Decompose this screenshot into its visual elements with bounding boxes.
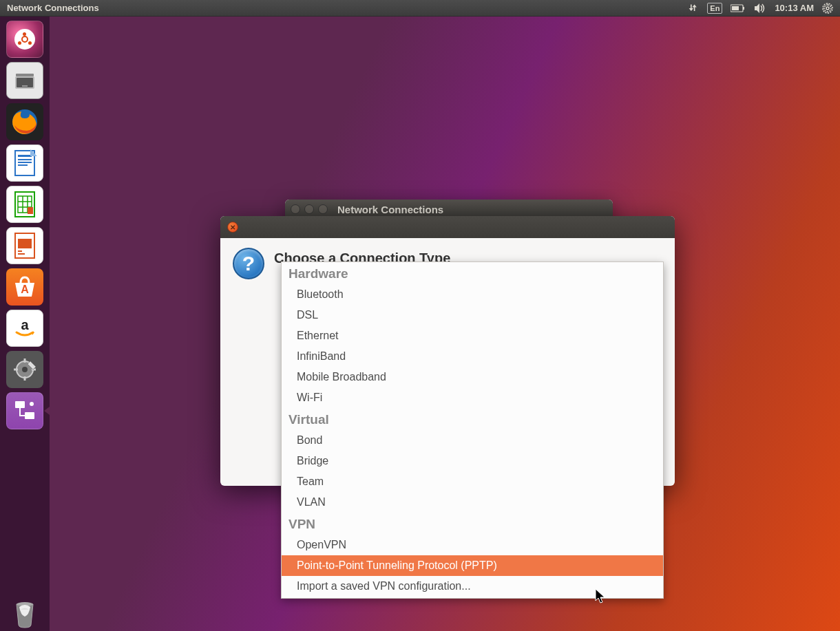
svg-rect-4 bbox=[16, 74, 34, 76]
window-title: Network Connections bbox=[337, 204, 443, 215]
dropdown-item-pptp[interactable]: Point-to-Point Tunneling Protocol (PPTP) bbox=[282, 555, 663, 576]
dropdown-item-import-vpn[interactable]: Import a saved VPN configuration... bbox=[282, 576, 663, 597]
svg-point-28 bbox=[22, 367, 28, 372]
svg-rect-34 bbox=[25, 412, 34, 419]
dropdown-group-vpn: VPN bbox=[282, 513, 663, 535]
svg-point-35 bbox=[30, 402, 34, 406]
dropdown-item-team[interactable]: Team bbox=[282, 471, 663, 492]
window-minimize-icon[interactable] bbox=[304, 204, 314, 214]
top-menu-bar: Network Connections En 10:13 AM bbox=[0, 0, 840, 17]
svg-point-3 bbox=[826, 7, 829, 10]
dropdown-item-mobile-broadband[interactable]: Mobile Broadband bbox=[282, 367, 663, 387]
dropdown-item-ethernet[interactable]: Ethernet bbox=[282, 325, 663, 346]
keyboard-language-indicator[interactable]: En bbox=[707, 3, 722, 14]
battery-indicator-icon[interactable] bbox=[731, 4, 746, 12]
svg-rect-2 bbox=[732, 6, 739, 10]
launcher-amazon[interactable]: a bbox=[6, 310, 43, 347]
svg-rect-11 bbox=[18, 159, 32, 160]
launcher-writer[interactable] bbox=[6, 145, 43, 182]
dropdown-item-wifi[interactable]: Wi-Fi bbox=[282, 387, 663, 408]
dropdown-item-bridge[interactable]: Bridge bbox=[282, 451, 663, 471]
dropdown-item-bluetooth[interactable]: Bluetooth bbox=[282, 284, 663, 305]
svg-rect-20 bbox=[28, 207, 33, 214]
launcher-dash[interactable] bbox=[6, 21, 43, 58]
dropdown-item-dsl[interactable]: DSL bbox=[282, 305, 663, 325]
dropdown-item-bond[interactable]: Bond bbox=[282, 430, 663, 451]
svg-rect-10 bbox=[18, 155, 32, 157]
window-maximize-icon[interactable] bbox=[318, 204, 328, 214]
system-gear-icon[interactable] bbox=[822, 3, 833, 14]
launcher-software[interactable]: A bbox=[6, 268, 43, 306]
network-indicator-icon[interactable] bbox=[688, 3, 699, 14]
svg-rect-23 bbox=[18, 250, 22, 252]
svg-rect-13 bbox=[18, 164, 28, 166]
launcher-firefox[interactable] bbox=[6, 103, 43, 140]
window-close-icon[interactable] bbox=[291, 204, 300, 214]
launcher-files[interactable] bbox=[6, 62, 43, 99]
dialog-close-button[interactable]: ✕ bbox=[227, 222, 238, 233]
launcher-network-connections[interactable] bbox=[6, 392, 43, 429]
clock[interactable]: 10:13 AM bbox=[775, 3, 814, 13]
launcher-impress[interactable] bbox=[6, 227, 43, 264]
svg-rect-24 bbox=[18, 253, 25, 255]
dropdown-item-openvpn[interactable]: OpenVPN bbox=[282, 535, 663, 555]
dialog-titlebar: ✕ bbox=[220, 216, 675, 238]
launcher-trash[interactable] bbox=[6, 594, 43, 631]
connection-type-dropdown: Hardware Bluetooth DSL Ethernet InfiniBa… bbox=[281, 261, 664, 599]
dropdown-item-vlan[interactable]: VLAN bbox=[282, 492, 663, 513]
launcher-calc[interactable] bbox=[6, 186, 43, 223]
question-mark-icon: ? bbox=[233, 248, 264, 279]
dropdown-item-infiniband[interactable]: InfiniBand bbox=[282, 346, 663, 367]
active-window-title: Network Connections bbox=[4, 3, 688, 13]
dropdown-group-hardware: Hardware bbox=[282, 262, 663, 284]
svg-rect-12 bbox=[18, 162, 32, 163]
svg-rect-1 bbox=[743, 7, 744, 10]
svg-text:a: a bbox=[21, 317, 29, 332]
svg-rect-22 bbox=[18, 239, 32, 248]
volume-indicator-icon[interactable] bbox=[754, 3, 766, 14]
dropdown-group-virtual: Virtual bbox=[282, 408, 663, 430]
svg-rect-7 bbox=[22, 85, 28, 87]
svg-rect-33 bbox=[15, 401, 25, 408]
unity-launcher: A a bbox=[0, 17, 50, 631]
launcher-settings[interactable] bbox=[6, 351, 43, 388]
svg-text:A: A bbox=[21, 284, 29, 295]
